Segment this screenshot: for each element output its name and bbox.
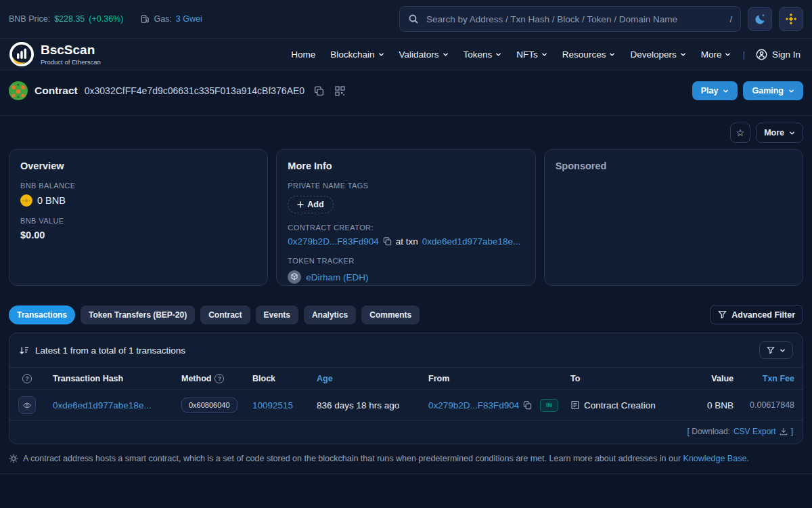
tab-events[interactable]: Events <box>256 305 298 324</box>
nav-divider: | <box>738 49 749 60</box>
info-cards: Overview BNB BALANCE 0 BNB BNB VALUE $0.… <box>9 149 803 286</box>
qr-code-button[interactable] <box>334 85 346 98</box>
nav-item-home[interactable]: Home <box>284 49 323 60</box>
col-age-toggle[interactable]: Age <box>317 374 333 383</box>
topbar-right: / <box>399 6 803 32</box>
method-badge[interactable]: 0x60806040 <box>181 398 238 412</box>
gas-label: Gas: <box>154 14 171 24</box>
chevron-down-icon <box>788 88 794 94</box>
contract-address: 0x3032CfFF4e7d9c06631c335F013a914cBf376A… <box>85 85 304 96</box>
tabs: Transactions Token Transfers (BEP-20) Co… <box>9 305 420 324</box>
contract-header: Contract 0x3032CfFF4e7d9c06631c335F013a9… <box>0 70 812 116</box>
tx-hash-link[interactable]: 0xde6ed1d977abe18e... <box>53 400 165 410</box>
funnel-icon <box>718 310 727 319</box>
help-icon[interactable] <box>22 374 32 383</box>
tab-comments[interactable]: Comments <box>361 305 420 324</box>
add-name-tag-button[interactable]: Add <box>288 196 333 213</box>
eye-icon <box>23 402 31 409</box>
tab-contract[interactable]: Contract <box>200 305 250 324</box>
copy-address-button[interactable] <box>313 85 325 98</box>
token-tracker-label: TOKEN TRACKER <box>288 257 524 265</box>
copy-creator-button[interactable] <box>383 237 392 246</box>
nav-item-nfts[interactable]: NFTs <box>509 49 555 60</box>
transaction-row: 0xde6ed1d977abe18e... 0x60806040 1009251… <box>9 390 803 421</box>
topbar: BNB Price: $228.35 (+0.36%) Gas: 3 Gwei … <box>0 0 812 39</box>
copy-icon <box>383 237 392 246</box>
col-value: Value <box>684 368 742 389</box>
knowledge-base-link[interactable]: Knowledge Base <box>683 454 747 463</box>
download-suffix: ] <box>791 427 793 436</box>
gas-value-link[interactable]: 3 Gwei <box>176 14 202 24</box>
secondary-actions: More <box>9 123 803 143</box>
col-txn-fee-toggle[interactable]: Txn Fee <box>763 374 794 383</box>
page-title: Contract <box>35 85 78 97</box>
overview-title: Overview <box>20 161 256 171</box>
copy-icon <box>523 401 532 410</box>
nav-item-validators[interactable]: Validators <box>392 49 456 60</box>
block-link[interactable]: 10092515 <box>252 400 293 410</box>
main-content: More Overview BNB BALANCE 0 BNB BNB VALU… <box>0 123 812 463</box>
nav-item-blockchain[interactable]: Blockchain <box>323 49 391 60</box>
private-name-tags-label: PRIVATE NAME TAGS <box>288 182 524 190</box>
chevron-down-icon <box>609 51 615 58</box>
sponsored-card: Sponsored <box>544 149 803 286</box>
main-nav: BscScan Product of Etherscan Home Blockc… <box>0 39 812 70</box>
tx-preview-button[interactable] <box>18 396 36 414</box>
transactions-header: Latest 1 from a total of 1 transactions <box>9 333 803 368</box>
bnb-balance-value: 0 BNB <box>37 195 66 206</box>
market-stats: BNB Price: $228.35 (+0.36%) Gas: 3 Gwei <box>9 14 202 24</box>
sponsored-title: Sponsored <box>556 161 792 171</box>
from-address-link[interactable]: 0x279b2D...F83Fd904 <box>428 400 519 410</box>
play-button[interactable]: Play <box>692 81 738 100</box>
bnb-coin-icon <box>20 194 32 207</box>
bnb-price-label: BNB Price: <box>9 14 50 24</box>
contract-actions: Play Gaming <box>692 81 803 100</box>
tab-token-transfers[interactable]: Token Transfers (BEP-20) <box>81 305 195 324</box>
contract-creator-label: CONTRACT CREATOR: <box>288 224 524 232</box>
theme-toggle-button[interactable] <box>748 7 772 31</box>
bnb-balance-label: BNB BALANCE <box>20 182 256 190</box>
copy-from-button[interactable] <box>523 401 532 410</box>
nav-item-developers[interactable]: Developers <box>623 49 693 60</box>
advanced-filter-button[interactable]: Advanced Filter <box>710 305 803 324</box>
bnb-value-label: BNB VALUE <box>20 217 256 225</box>
bnb-price-change: (+0.36%) <box>89 14 123 24</box>
copy-icon <box>314 86 324 96</box>
method-help-icon[interactable] <box>215 374 224 383</box>
nav-item-tokens[interactable]: Tokens <box>456 49 510 60</box>
filter-dropdown-button[interactable] <box>759 341 793 359</box>
bnb-price-link[interactable]: $228.35 <box>54 14 85 24</box>
tabs-row: Transactions Token Transfers (BEP-20) Co… <box>9 305 803 324</box>
nav-item-resources[interactable]: Resources <box>555 49 623 60</box>
gas-pump-icon <box>141 14 150 24</box>
tab-analytics[interactable]: Analytics <box>304 305 356 324</box>
bscscan-logo-icon <box>9 41 35 67</box>
search-input[interactable] <box>425 14 723 25</box>
token-tracker-link[interactable]: eDirham (EDH) <box>306 272 368 282</box>
col-method: Method <box>181 374 211 383</box>
sign-in-button[interactable]: Sign In <box>749 49 803 60</box>
lightbulb-icon <box>9 454 18 463</box>
col-to: To <box>562 368 684 389</box>
tx-value: 0 BNB <box>684 394 742 417</box>
footnote-text: A contract address hosts a smart contrac… <box>23 454 681 463</box>
brand-logo[interactable]: BscScan Product of Etherscan <box>9 41 101 67</box>
tx-age: 836 days 18 hrs ago <box>309 394 420 417</box>
at-txn-label: at txn <box>396 236 418 247</box>
search-icon <box>408 14 419 24</box>
chevron-down-icon <box>680 51 686 58</box>
creator-address-link[interactable]: 0x279b2D...F83Fd904 <box>288 236 378 247</box>
nav-item-more[interactable]: More <box>694 49 739 60</box>
tab-transactions[interactable]: Transactions <box>9 305 75 324</box>
search-bar[interactable]: / <box>399 6 741 32</box>
gaming-button[interactable]: Gaming <box>743 81 803 100</box>
network-bnb-button[interactable] <box>779 7 803 31</box>
more-actions-button[interactable]: More <box>756 123 803 143</box>
col-block: Block <box>244 368 309 389</box>
favorite-star-button[interactable] <box>730 123 750 143</box>
plus-icon <box>297 201 304 208</box>
to-contract-creation: Contract Creation <box>584 400 656 410</box>
tx-fee: 0.00617848 <box>742 394 803 416</box>
csv-export-link[interactable]: CSV Export <box>734 427 776 436</box>
creation-txn-link[interactable]: 0xde6ed1d977abe18e... <box>422 236 521 247</box>
